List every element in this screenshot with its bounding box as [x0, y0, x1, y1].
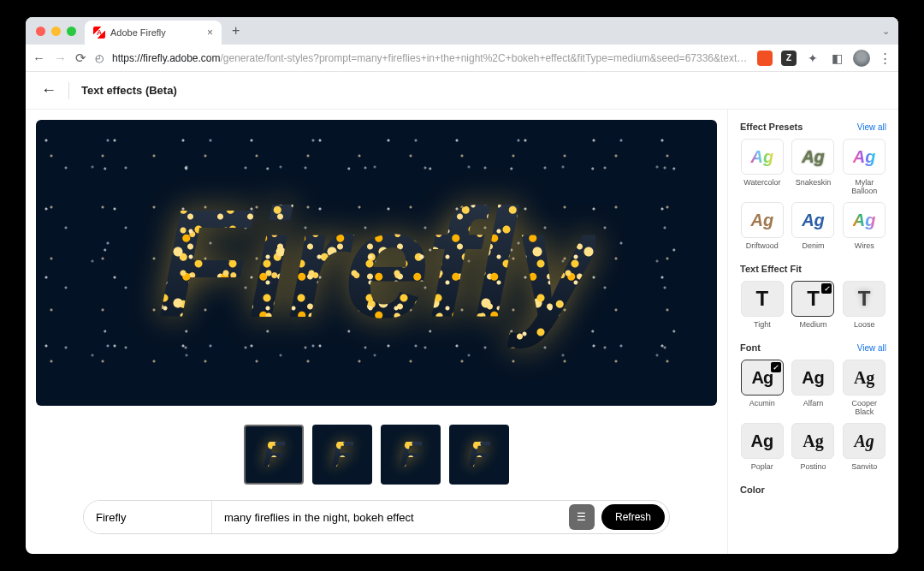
variation-thumb[interactable]: F [381, 425, 441, 485]
adobe-favicon-icon [93, 27, 105, 39]
extensions-menu-icon[interactable]: ✦ [805, 51, 820, 66]
nav-back-icon[interactable]: ← [33, 51, 45, 65]
maximize-window-icon[interactable] [67, 27, 76, 36]
generated-text: Firefly [157, 175, 595, 352]
right-sidebar: Effect Presets View all AgWatercolor AgS… [727, 110, 898, 554]
font-postino[interactable]: Ag [791, 423, 834, 459]
preset-snakeskin[interactable]: Ag [791, 139, 834, 175]
tab-close-icon[interactable]: × [207, 27, 213, 39]
preset-mylar-balloon[interactable]: Ag [843, 139, 886, 175]
font-alfarn[interactable]: Ag [791, 360, 834, 396]
page-header: ← Text effects (Beta) [26, 72, 898, 110]
refresh-button[interactable]: Refresh [601, 504, 665, 530]
section-label: Color [740, 485, 765, 495]
variation-thumb[interactable]: F [244, 425, 304, 485]
result-canvas[interactable]: Firefly [36, 120, 717, 406]
prompt-settings-button[interactable]: ☰ [569, 504, 595, 530]
variation-thumbnails: F F F F [36, 425, 717, 485]
sliders-icon: ☰ [577, 511, 586, 523]
font-sanvito[interactable]: Ag [843, 423, 886, 459]
minimize-window-icon[interactable] [51, 27, 61, 36]
preset-denim[interactable]: Ag [791, 202, 834, 238]
fit-loose[interactable]: T [843, 281, 886, 317]
close-window-icon[interactable] [36, 27, 45, 36]
font-poplar[interactable]: Ag [741, 423, 784, 459]
preset-wires[interactable]: Ag [843, 202, 886, 238]
section-label: Font [740, 342, 761, 353]
profile-avatar[interactable] [853, 50, 870, 67]
section-label: Effect Presets [740, 122, 803, 132]
effect-presets-section: Effect Presets View all AgWatercolor AgS… [740, 122, 886, 250]
section-label: Text Effect Fit [740, 264, 802, 274]
fit-tight[interactable]: T [741, 281, 784, 317]
font-acumin[interactable]: Ag✓ [741, 360, 784, 396]
font-cooper-black[interactable]: Ag [843, 360, 886, 396]
extension-icon[interactable] [757, 51, 773, 66]
view-all-link[interactable]: View all [857, 122, 886, 132]
tab-strip: Adobe Firefly × + ⌄ [26, 17, 898, 45]
new-tab-button[interactable]: + [227, 23, 245, 39]
main-panel: Firefly F F F F ☰ Refresh [26, 110, 727, 554]
variation-thumb[interactable]: F [312, 425, 372, 485]
prompt-input[interactable] [212, 501, 569, 533]
preset-driftwood[interactable]: Ag [741, 202, 784, 238]
address-field[interactable]: https://firefly.adobe.com/generate/font-… [112, 52, 749, 64]
check-icon: ✓ [821, 283, 832, 294]
browser-tab[interactable]: Adobe Firefly × [85, 21, 222, 45]
tab-title: Adobe Firefly [110, 27, 166, 38]
preset-watercolor[interactable]: Ag [741, 139, 784, 175]
font-section: Font View all Ag✓Acumin AgAlfarn AgCoope… [740, 342, 886, 471]
browser-window: Adobe Firefly × + ⌄ ← → ⟳ ◴ https://fire… [26, 17, 898, 554]
nav-forward-icon[interactable]: → [54, 51, 67, 65]
window-controls [36, 27, 76, 36]
url-bar: ← → ⟳ ◴ https://firefly.adobe.com/genera… [26, 45, 898, 72]
site-info-icon[interactable]: ◴ [95, 52, 104, 64]
view-all-link[interactable]: View all [857, 343, 886, 353]
check-icon: ✓ [771, 362, 781, 372]
kebab-menu-icon[interactable]: ⋮ [879, 51, 891, 66]
variation-thumb[interactable]: F [449, 425, 509, 485]
side-panel-icon[interactable]: ◧ [829, 51, 844, 66]
page-title: Text effects (Beta) [81, 84, 177, 97]
back-button[interactable]: ← [41, 81, 56, 99]
text-input[interactable] [84, 501, 212, 533]
extension-icon[interactable]: Z [781, 51, 797, 66]
text-effect-fit-section: Text Effect Fit TTight T✓Medium TLoose [740, 264, 886, 329]
color-section: Color [740, 485, 886, 495]
tabs-overflow-icon[interactable]: ⌄ [882, 26, 890, 37]
reload-icon[interactable]: ⟳ [75, 51, 86, 66]
divider [68, 82, 69, 99]
prompt-bar: ☰ Refresh [83, 500, 670, 534]
fit-medium[interactable]: T✓ [791, 281, 834, 317]
